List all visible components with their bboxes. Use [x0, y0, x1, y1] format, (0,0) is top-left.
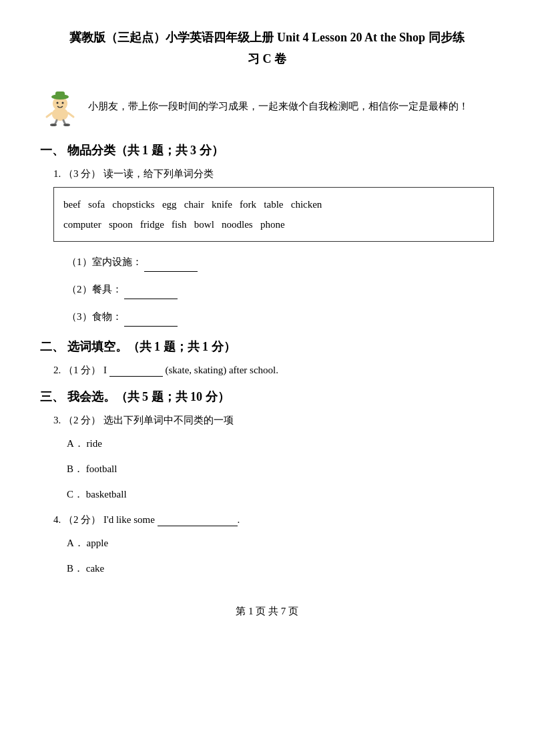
mascot-icon [40, 86, 80, 126]
option-4b[interactable]: B． cake [67, 558, 494, 578]
sub-question-2: （2）餐具： [67, 278, 494, 299]
question-1: 1. （3 分） 读一读，给下列单词分类 beef sofa chopstick… [53, 168, 494, 327]
option-3b[interactable]: B． football [67, 459, 494, 479]
intro-text: 小朋友，带上你一段时间的学习成果，一起来做个自我检测吧，相信你一定是最棒的！ [88, 98, 469, 114]
section-2-title: 二、 选词填空。（共 1 题；共 1 分） [40, 339, 494, 355]
answer-blank-1[interactable] [144, 251, 198, 272]
word-box: beef sofa chopsticks egg chair knife for… [53, 187, 494, 242]
svg-line-7 [68, 113, 73, 117]
question-4-label: 4. （2 分） I'd like some . [53, 514, 494, 526]
question-2-label: 2. （1 分） I (skate, skating) after school… [53, 364, 494, 377]
question-3: 3. （2 分） 选出下列单词中不同类的一项 A． ride B． footba… [53, 414, 494, 504]
section-1-title: 一、 物品分类（共 1 题；共 3 分） [40, 142, 494, 158]
svg-point-5 [62, 102, 64, 104]
svg-line-6 [47, 113, 52, 117]
svg-point-11 [63, 124, 70, 126]
option-4a[interactable]: A． apple [67, 533, 494, 553]
option-3a[interactable]: A． ride [67, 433, 494, 453]
svg-point-10 [50, 124, 57, 126]
sub-question-1: （1）室内设施： [67, 251, 494, 272]
question-1-label: 1. （3 分） 读一读，给下列单词分类 [53, 168, 494, 180]
section-1: 一、 物品分类（共 1 题；共 3 分） 1. （3 分） 读一读，给下列单词分… [40, 142, 494, 327]
sub-question-3: （3）食物： [67, 306, 494, 327]
question-4: 4. （2 分） I'd like some . A． apple B． cak… [53, 514, 494, 578]
page-title: 冀教版（三起点）小学英语四年级上册 Unit 4 Lesson 20 At th… [40, 27, 494, 70]
svg-rect-3 [55, 91, 65, 98]
answer-blank-4[interactable] [109, 365, 163, 377]
svg-point-4 [57, 102, 59, 104]
section-3-title: 三、 我会选。（共 5 题；共 10 分） [40, 389, 494, 405]
question-2: 2. （1 分） I (skate, skating) after school… [53, 364, 494, 377]
intro-section: 小朋友，带上你一段时间的学习成果，一起来做个自我检测吧，相信你一定是最棒的！ [40, 86, 494, 126]
page-footer: 第 1 页 共 7 页 [40, 605, 494, 618]
answer-blank-2[interactable] [124, 278, 178, 299]
section-3: 三、 我会选。（共 5 题；共 10 分） 3. （2 分） 选出下列单词中不同… [40, 389, 494, 578]
section-2: 二、 选词填空。（共 1 题；共 1 分） 2. （1 分） I (skate,… [40, 339, 494, 377]
answer-blank-5[interactable] [158, 514, 238, 526]
question-3-label: 3. （2 分） 选出下列单词中不同类的一项 [53, 414, 494, 427]
answer-blank-3[interactable] [124, 306, 178, 327]
option-3c[interactable]: C． basketball [67, 484, 494, 504]
